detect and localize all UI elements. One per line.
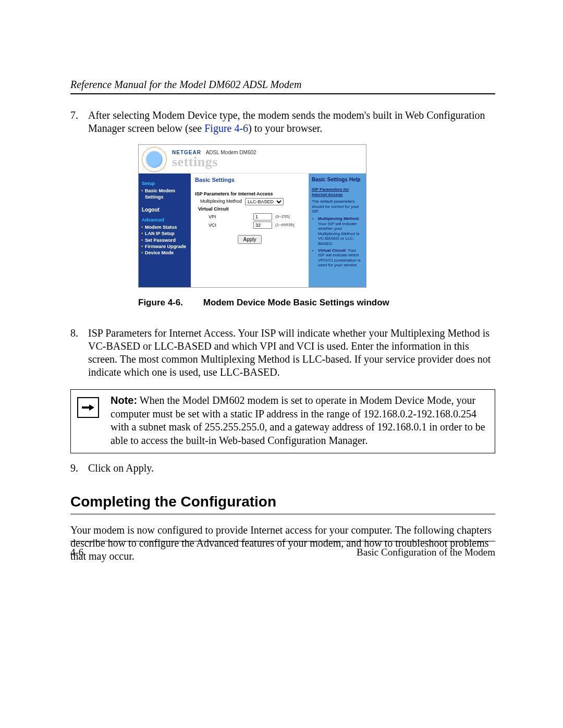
page-number: 4-6	[70, 546, 83, 559]
step-body: ISP Parameters for Internet Access. Your…	[88, 327, 495, 379]
help-section: ISP Parameters for Internet Access	[312, 187, 363, 197]
manual-page: Reference Manual for the Model DM602 ADS…	[0, 0, 563, 728]
sidebar-item-lan-ip[interactable]: LAN IP Setup	[142, 230, 188, 237]
note-box: Note: When the Model DM602 modem is set …	[70, 389, 495, 453]
vpi-label: VPI	[195, 214, 253, 220]
main-panel: Basic Settings ISP Parameters for Intern…	[191, 174, 309, 287]
figure-link[interactable]: Figure 4-6	[204, 122, 248, 134]
netgear-logo-icon	[142, 147, 167, 172]
settings-word: settings	[172, 155, 256, 169]
sidebar-item-set-password[interactable]: Set Password	[142, 237, 188, 243]
vci-label: VCI	[195, 223, 253, 228]
sidebar-item-device-mode[interactable]: Device Mode	[142, 250, 188, 256]
vci-range: (1~65535)	[272, 223, 295, 228]
panel-title: Basic Settings	[195, 177, 304, 184]
chapter-title: Basic Configuration of the Modem	[357, 546, 495, 559]
help-bullet-vc: Virtual Circuit: Your ISP will indicate …	[318, 248, 363, 268]
footer-rule	[70, 541, 495, 541]
note-text: Note: When the Model DM602 modem is set …	[111, 394, 488, 447]
section-heading: Completing the Configuration	[70, 492, 495, 511]
step-number: 7.	[70, 109, 88, 135]
step-list-cont: 8. ISP Parameters for Internet Access. Y…	[70, 327, 495, 379]
mux-select[interactable]: LLC-BASED	[245, 198, 284, 205]
help-bullet-mux: Multiplexing Method: Your ISP will indic…	[318, 216, 363, 246]
sidebar: Setup Basic Modem Settings Logout Advanc…	[139, 174, 191, 287]
note-lead: Note:	[111, 394, 137, 406]
apply-button[interactable]: Apply	[238, 235, 261, 244]
virtual-circuit-label: Virtual Circuit	[195, 206, 243, 212]
step-body: After selecting Modem Device type, the m…	[88, 109, 495, 135]
panel-subtitle: ISP Parameters for Internet Access	[195, 191, 304, 197]
header-rule	[70, 93, 495, 94]
step-list: 7. After selecting Modem Device type, th…	[70, 109, 495, 135]
vci-input[interactable]	[253, 221, 272, 229]
step-9: 9. Click on Apply.	[70, 462, 495, 475]
netgear-title: NETGEAR ADSL Modem DM602 settings	[172, 150, 256, 169]
step-8: 8. ISP Parameters for Internet Access. Y…	[70, 327, 495, 379]
page-header-title: Reference Manual for the Model DM602 ADS…	[70, 78, 495, 91]
section-rule	[70, 514, 495, 514]
arrow-right-icon	[77, 397, 99, 418]
help-panel: Basic Settings Help ISP Parameters for I…	[309, 174, 366, 287]
note-body: When the Model DM602 modem is set to ope…	[111, 394, 485, 446]
sidebar-group-setup: Setup	[142, 181, 188, 187]
mux-label: Multiplexing Method	[195, 199, 245, 204]
sidebar-item-basic-modem[interactable]: Basic Modem Settings	[142, 188, 188, 200]
figure-4-6: NETGEAR ADSL Modem DM602 settings Setup …	[138, 144, 495, 308]
step-7: 7. After selecting Modem Device type, th…	[70, 109, 495, 135]
figure-caption-text: Modem Device Mode Basic Settings window	[203, 298, 389, 307]
help-title: Basic Settings Help	[312, 177, 363, 183]
vpi-range: (0~255)	[272, 214, 290, 219]
figure-caption: Figure 4-6. Modem Device Mode Basic Sett…	[138, 297, 495, 308]
sidebar-item-modem-status[interactable]: Modem Status	[142, 224, 188, 230]
step-body: Click on Apply.	[88, 462, 495, 475]
figure-caption-label: Figure 4-6.	[138, 297, 201, 308]
step-list-cont2: 9. Click on Apply.	[70, 462, 495, 475]
sidebar-logout[interactable]: Logout	[142, 207, 188, 214]
sidebar-group-advanced: Advanced	[142, 217, 188, 223]
sidebar-item-firmware[interactable]: Firmware Upgrade	[142, 243, 188, 250]
netgear-header: NETGEAR ADSL Modem DM602 settings	[139, 145, 366, 174]
step-text-post: ) to your browser.	[248, 122, 322, 134]
vpi-input[interactable]	[253, 213, 272, 220]
step-number: 8.	[70, 327, 88, 379]
netgear-window: NETGEAR ADSL Modem DM602 settings Setup …	[138, 144, 366, 288]
help-intro: The default parameters should be correct…	[312, 199, 363, 214]
step-number: 9.	[70, 462, 88, 475]
